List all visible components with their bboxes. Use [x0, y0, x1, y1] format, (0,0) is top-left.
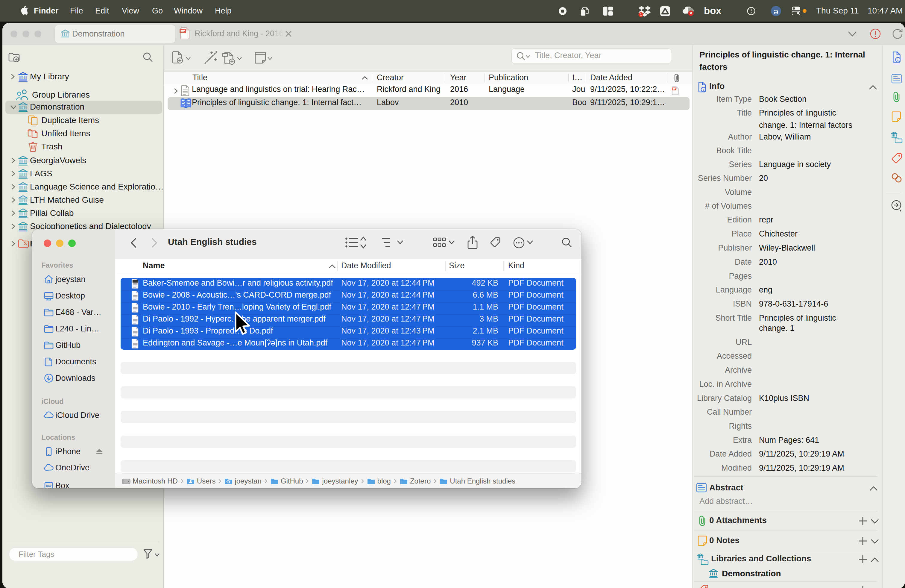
svg-text:box: box	[46, 485, 51, 488]
svg-text:1: 1	[640, 13, 641, 16]
svg-text:ə: ə	[773, 6, 778, 16]
